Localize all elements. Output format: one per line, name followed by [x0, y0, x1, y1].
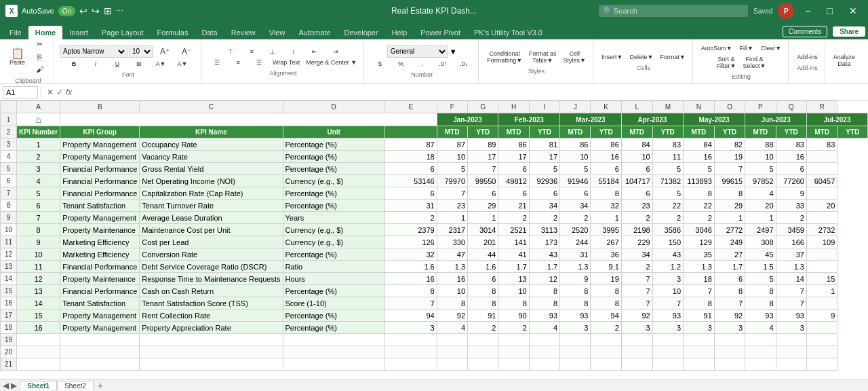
kpi-name[interactable]: Gross Rental Yield	[140, 163, 283, 175]
data-cell[interactable]: 1.3	[560, 261, 591, 273]
data-cell[interactable]: 5	[529, 163, 559, 175]
fx-label[interactable]: fx	[66, 88, 72, 97]
empty-cell[interactable]	[60, 358, 140, 371]
data-cell[interactable]: 5	[745, 273, 776, 285]
data-cell[interactable]: 267	[591, 236, 621, 248]
data-cell[interactable]: 6	[384, 187, 437, 200]
empty-cell[interactable]	[684, 346, 715, 358]
text-direction-button[interactable]: ↕	[283, 47, 304, 56]
empty-cell[interactable]	[621, 334, 652, 346]
tab-review[interactable]: Review	[224, 26, 262, 39]
align-center-button[interactable]: ≡	[228, 58, 248, 67]
data-cell[interactable]: 8	[529, 297, 559, 310]
data-cell[interactable]: 71382	[652, 175, 683, 187]
data-cell[interactable]: 3586	[652, 224, 683, 236]
empty-cell[interactable]	[437, 358, 467, 371]
data-cell[interactable]: 2	[776, 212, 806, 224]
data-cell[interactable]: 89	[468, 138, 498, 151]
col-m-header[interactable]: M	[652, 101, 683, 113]
data-cell[interactable]: 20	[745, 200, 776, 212]
cut-button[interactable]: ✂	[29, 39, 50, 50]
col-l-header[interactable]: L	[621, 101, 652, 113]
data-cell[interactable]: 16	[684, 151, 715, 163]
col-g-header[interactable]: G	[468, 101, 498, 113]
data-cell[interactable]: 1.3	[776, 261, 806, 273]
data-cell[interactable]: 7	[714, 297, 745, 310]
cell-styles-button[interactable]: CellStyles▼	[561, 49, 589, 65]
data-cell[interactable]: 8	[591, 187, 621, 200]
empty-cell[interactable]	[652, 346, 683, 358]
kpi-number[interactable]: 6	[17, 200, 60, 212]
kpi-unit[interactable]: Score (1-10)	[283, 297, 384, 310]
data-cell[interactable]: 27	[714, 248, 745, 261]
data-cell[interactable]: 18	[384, 151, 437, 163]
data-cell[interactable]	[806, 163, 837, 175]
data-cell[interactable]	[806, 322, 837, 334]
kpi-number[interactable]: 2	[17, 151, 60, 163]
data-cell[interactable]: 6	[621, 163, 652, 175]
font-size-increase[interactable]: A⁺	[155, 45, 175, 58]
data-cell[interactable]: 113893	[684, 175, 715, 187]
kpi-number[interactable]: 3	[17, 163, 60, 175]
data-cell[interactable]: 12	[529, 273, 559, 285]
grid-wrapper[interactable]: A B C D E F G H I J K L M N O	[0, 100, 868, 379]
data-cell[interactable]: 91	[684, 310, 715, 322]
fx-confirm-icon[interactable]: ✓	[56, 88, 63, 97]
kpi-unit[interactable]: Percentage (%)	[283, 138, 384, 151]
data-cell[interactable]: 41	[498, 248, 529, 261]
kpi-group[interactable]: Financial Performance	[60, 261, 140, 273]
data-cell[interactable]: 43	[529, 248, 559, 261]
kpi-group[interactable]: Property Maintenance	[60, 273, 140, 285]
data-cell[interactable]: 150	[652, 236, 683, 248]
kpi-unit[interactable]: Currency (e.g., $)	[283, 236, 384, 248]
data-cell[interactable]: 5	[560, 163, 591, 175]
data-cell[interactable]: 94	[591, 310, 621, 322]
data-cell[interactable]: 36	[591, 248, 621, 261]
data-cell[interactable]: 1	[591, 212, 621, 224]
kpi-unit[interactable]: Percentage (%)	[283, 322, 384, 334]
kpi-unit[interactable]: Currency (e.g., $)	[283, 224, 384, 236]
data-cell[interactable]: 2	[591, 322, 621, 334]
data-cell[interactable]: 3	[621, 322, 652, 334]
data-cell[interactable]: 32	[591, 200, 621, 212]
data-cell[interactable]: 43	[652, 248, 683, 261]
empty-cell[interactable]	[806, 346, 837, 358]
data-cell[interactable]: 3046	[684, 224, 715, 236]
kpi-number[interactable]: 12	[17, 273, 60, 285]
data-cell[interactable]: 7	[776, 297, 806, 310]
kpi-name[interactable]: Net Operating Income (NOI)	[140, 175, 283, 187]
sheet-nav-arrows[interactable]: ◀ ▶	[3, 381, 17, 390]
data-cell[interactable]: 19	[591, 273, 621, 285]
data-cell[interactable]: 2379	[384, 224, 437, 236]
data-cell[interactable]: 6	[498, 163, 529, 175]
data-cell[interactable]: 3113	[529, 224, 559, 236]
empty-cell[interactable]	[806, 358, 837, 371]
data-cell[interactable]: 87	[437, 138, 467, 151]
data-cell[interactable]: 33	[776, 200, 806, 212]
data-cell[interactable]: 9.1	[591, 261, 621, 273]
data-cell[interactable]: 3	[560, 322, 591, 334]
col-o-header[interactable]: O	[714, 101, 745, 113]
paste-button[interactable]: 📋 Paste	[7, 47, 28, 67]
data-cell[interactable]: 7	[437, 187, 467, 200]
data-cell[interactable]: 8	[437, 297, 467, 310]
col-n-header[interactable]: N	[684, 101, 715, 113]
empty-cell[interactable]	[17, 334, 60, 346]
empty-cell[interactable]	[591, 334, 621, 346]
data-cell[interactable]: 3	[652, 322, 683, 334]
data-cell[interactable]: 6	[776, 163, 806, 175]
tab-developer[interactable]: Developer	[338, 26, 385, 39]
font-family-select[interactable]: Aptos Narrow	[60, 45, 127, 58]
data-cell[interactable]: 92936	[529, 175, 559, 187]
data-cell[interactable]: 8	[468, 297, 498, 310]
data-cell[interactable]: 330	[437, 236, 467, 248]
kpi-group[interactable]: Property Maintenance	[60, 224, 140, 236]
data-cell[interactable]: 13	[498, 273, 529, 285]
insert-cell-button[interactable]: Insert▼	[599, 52, 625, 62]
kpi-group[interactable]: Financial Performance	[60, 285, 140, 297]
data-cell[interactable]: 8	[560, 297, 591, 310]
data-cell[interactable]: 8	[714, 285, 745, 297]
add-sheet-button[interactable]: +	[94, 380, 107, 391]
data-cell[interactable]: 77260	[776, 175, 806, 187]
empty-cell[interactable]	[498, 334, 529, 346]
